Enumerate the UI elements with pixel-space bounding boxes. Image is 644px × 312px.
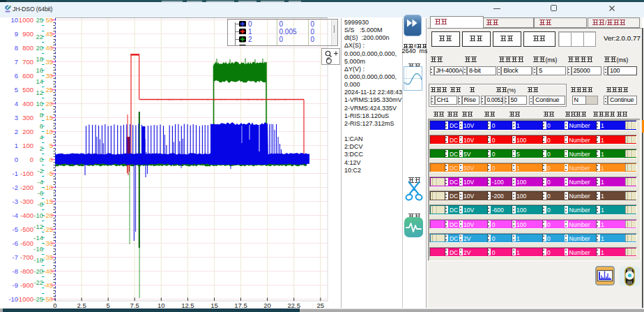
- svg-text:-2: -2: [38, 167, 43, 174]
- svg-text:-20: -20: [33, 267, 43, 275]
- svg-text:-45: -45: [43, 281, 53, 289]
- svg-text:35: 35: [45, 58, 53, 66]
- svg-text:-20: -20: [43, 211, 53, 219]
- svg-text:-4: -4: [13, 211, 18, 219]
- svg-text:-35: -35: [43, 253, 53, 261]
- svg-text:-7: -7: [13, 253, 18, 261]
- svg-text:18: 18: [36, 55, 43, 63]
- svg-text:1000: 1000: [19, 16, 33, 24]
- svg-text:-400: -400: [20, 211, 33, 219]
- svg-text:7: 7: [15, 58, 18, 66]
- svg-text:-100: -100: [20, 170, 33, 177]
- svg-text:-12: -12: [33, 223, 43, 230]
- svg-text:-10: -10: [43, 184, 53, 191]
- svg-text:-900: -900: [20, 281, 33, 289]
- svg-text:6: 6: [40, 122, 43, 130]
- svg-text:-50: -50: [43, 295, 53, 303]
- svg-text:1: 1: [15, 142, 18, 149]
- svg-text:-30: -30: [43, 239, 53, 247]
- svg-text:-1000: -1000: [17, 295, 33, 303]
- svg-text:4: 4: [40, 133, 43, 141]
- svg-text:50: 50: [45, 16, 53, 24]
- svg-text:300: 300: [22, 114, 33, 121]
- svg-text:20: 20: [45, 100, 53, 107]
- svg-text:-1: -1: [13, 170, 18, 177]
- svg-text:8: 8: [15, 44, 18, 52]
- svg-text:2: 2: [40, 144, 43, 152]
- svg-text:-16: -16: [33, 245, 43, 253]
- svg-text:6: 6: [15, 72, 18, 80]
- svg-text:25: 25: [36, 16, 43, 24]
- svg-text:15: 15: [45, 114, 53, 121]
- svg-text:-6: -6: [13, 239, 18, 247]
- svg-text:2: 2: [15, 128, 18, 135]
- svg-text:10: 10: [36, 100, 43, 107]
- svg-text:-2: -2: [13, 184, 18, 191]
- svg-text:-18: -18: [33, 256, 43, 264]
- svg-text:600: 600: [22, 72, 33, 80]
- svg-text:4: 4: [15, 100, 18, 107]
- svg-text:5: 5: [15, 86, 18, 94]
- svg-text:-8: -8: [38, 200, 43, 208]
- svg-text:-5: -5: [13, 225, 18, 233]
- svg-text:-5: -5: [47, 170, 53, 177]
- svg-text:12: 12: [36, 89, 43, 96]
- svg-text:-25: -25: [43, 225, 53, 233]
- svg-text:900: 900: [22, 30, 33, 38]
- svg-text:-10: -10: [33, 211, 43, 219]
- svg-text:-4: -4: [38, 178, 43, 186]
- svg-text:22: 22: [36, 33, 43, 40]
- svg-text:30: 30: [45, 72, 53, 80]
- svg-text:500: 500: [22, 86, 33, 94]
- svg-text:-8: -8: [13, 267, 18, 275]
- svg-text:10: 10: [10, 16, 18, 24]
- svg-text:700: 700: [22, 58, 33, 66]
- svg-text:200: 200: [22, 128, 33, 135]
- svg-text:-9: -9: [13, 281, 18, 289]
- svg-text:-3: -3: [13, 198, 18, 205]
- svg-text:-6: -6: [38, 189, 43, 197]
- svg-text:-800: -800: [20, 267, 33, 275]
- svg-text:8: 8: [40, 111, 43, 119]
- svg-text:3: 3: [15, 114, 18, 121]
- svg-text:45: 45: [45, 30, 53, 38]
- svg-text:0: 0: [15, 156, 18, 163]
- svg-text:20: 20: [36, 44, 43, 52]
- svg-text:100: 100: [22, 142, 33, 149]
- svg-text:-25: -25: [33, 295, 43, 303]
- svg-text:14: 14: [36, 77, 43, 85]
- svg-text:0: 0: [40, 156, 43, 163]
- svg-text:10: 10: [45, 128, 53, 135]
- svg-text:5: 5: [49, 142, 53, 149]
- svg-text:0: 0: [49, 156, 53, 163]
- svg-text:-14: -14: [33, 234, 43, 242]
- svg-text:-40: -40: [43, 267, 53, 275]
- svg-text:25: 25: [45, 86, 53, 94]
- svg-text:-700: -700: [20, 253, 33, 261]
- svg-text:-600: -600: [20, 239, 33, 247]
- svg-text:800: 800: [22, 44, 33, 52]
- svg-text:9: 9: [15, 30, 18, 38]
- svg-text:40: 40: [45, 44, 53, 52]
- svg-text:0: 0: [30, 156, 33, 163]
- svg-text:-22: -22: [33, 278, 43, 286]
- svg-text:400: 400: [22, 100, 33, 107]
- svg-text:16: 16: [36, 66, 43, 74]
- svg-text:-15: -15: [43, 198, 53, 205]
- svg-text:-500: -500: [20, 225, 33, 233]
- svg-text:-200: -200: [20, 184, 33, 191]
- svg-text:-300: -300: [20, 198, 33, 205]
